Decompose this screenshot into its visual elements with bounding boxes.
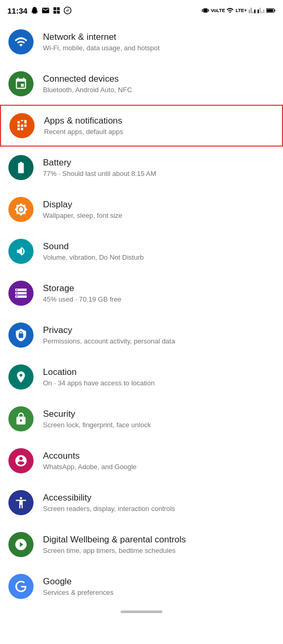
- settings-item-storage[interactable]: Storage 45% used · 70.19 GB free: [0, 272, 283, 314]
- accessibility-title: Accessibility: [43, 492, 275, 504]
- apps-title: Apps & notifications: [44, 115, 274, 127]
- status-bar: 11:34 VoLTE LTE+: [0, 0, 283, 19]
- status-icons-right: VoLTE LTE+: [202, 7, 276, 14]
- apps-subtitle: Recent apps, default apps: [44, 128, 274, 137]
- settings-item-accessibility[interactable]: Accessibility Screen readers, display, i…: [0, 482, 283, 524]
- wellbeing-text: Digital Wellbeing & parental controls Sc…: [43, 534, 275, 556]
- sound-subtitle: Volume, vibration, Do Not Disturb: [43, 253, 275, 262]
- display-title: Display: [43, 199, 275, 210]
- settings-item-battery[interactable]: Battery 77% · Should last until about 8:…: [0, 147, 283, 188]
- security-icon: [14, 412, 28, 426]
- privacy-icon: [14, 328, 28, 342]
- sound-title: Sound: [43, 241, 275, 252]
- wellbeing-icon-circle: [8, 532, 34, 557]
- settings-item-privacy[interactable]: Privacy Permissions, account activity, p…: [0, 314, 283, 356]
- google-icon: [14, 580, 28, 593]
- accessibility-subtitle: Screen readers, display, interaction con…: [43, 505, 275, 514]
- settings-item-wellbeing[interactable]: Digital Wellbeing & parental controls Sc…: [0, 524, 283, 565]
- settings-list: Network & internet Wi-Fi, mobile, data u…: [0, 19, 283, 607]
- display-text: Display Wallpaper, sleep, font size: [43, 199, 275, 220]
- scroll-bar: [121, 610, 162, 613]
- storage-icon-circle: [8, 281, 34, 306]
- shazam-icon: [63, 6, 72, 15]
- connected-icon: [14, 77, 28, 91]
- gmail-icon: [41, 6, 50, 15]
- location-text: Location On · 34 apps have access to loc…: [43, 367, 275, 388]
- accessibility-icon: [14, 496, 28, 509]
- location-icon-circle: [8, 364, 34, 390]
- battery-icon-circle: [8, 155, 34, 180]
- network-subtitle: Wi-Fi, mobile, data usage, and hotspot: [43, 44, 275, 53]
- storage-icon: [14, 286, 28, 300]
- settings-item-accounts[interactable]: Accounts WhatsApp, Adobe, and Google: [0, 440, 283, 482]
- sound-icon-circle: [8, 239, 34, 264]
- status-time: 11:34: [7, 6, 27, 15]
- battery-status-icon: [266, 7, 276, 14]
- settings-item-security[interactable]: Security Screen lock, fingerprint, face …: [0, 398, 283, 440]
- location-icon: [14, 370, 28, 384]
- privacy-icon-circle: [8, 323, 34, 348]
- connected-icon-circle: [8, 71, 34, 96]
- vibrate-icon: [202, 7, 209, 14]
- svg-point-0: [64, 7, 71, 14]
- google-text: Google Services & preferences: [43, 576, 275, 597]
- lte-icon: VoLTE: [211, 8, 225, 13]
- storage-title: Storage: [43, 283, 275, 294]
- apps-grid-icon: [15, 119, 29, 132]
- connected-text: Connected devices Bluetooth, Android Aut…: [43, 73, 275, 95]
- storage-subtitle: 45% used · 70.19 GB free: [43, 295, 275, 304]
- scroll-indicator: [0, 607, 283, 618]
- security-subtitle: Screen lock, fingerprint, face unlock: [43, 421, 275, 430]
- app-icon-1: [52, 6, 61, 15]
- battery-icon: [14, 161, 28, 174]
- settings-item-google[interactable]: Google Services & preferences: [0, 565, 283, 607]
- privacy-text: Privacy Permissions, account activity, p…: [43, 325, 275, 346]
- google-icon-circle: [8, 574, 34, 599]
- signal-icon-2: [257, 7, 265, 14]
- battery-title: Battery: [43, 157, 275, 169]
- storage-text: Storage 45% used · 70.19 GB free: [43, 283, 275, 304]
- network-title: Network & internet: [43, 31, 275, 43]
- privacy-subtitle: Permissions, account activity, personal …: [43, 337, 275, 346]
- wellbeing-title: Digital Wellbeing & parental controls: [43, 534, 275, 546]
- signal-icon-1: [248, 7, 256, 14]
- accounts-icon-circle: [8, 448, 34, 473]
- apps-icon-circle: [9, 113, 35, 138]
- connected-subtitle: Bluetooth, Android Auto, NFC: [43, 86, 275, 95]
- display-icon-circle: [8, 197, 34, 222]
- status-icons-left: [30, 6, 72, 15]
- snapchat-icon: [30, 6, 39, 15]
- google-title: Google: [43, 576, 275, 587]
- wifi-status-icon: [226, 7, 234, 14]
- sound-text: Sound Volume, vibration, Do Not Disturb: [43, 241, 275, 262]
- settings-item-connected[interactable]: Connected devices Bluetooth, Android Aut…: [0, 63, 283, 105]
- settings-item-location[interactable]: Location On · 34 apps have access to loc…: [0, 356, 283, 398]
- sound-icon: [14, 245, 28, 258]
- wifi-icon: [14, 35, 28, 49]
- google-subtitle: Services & preferences: [43, 589, 275, 597]
- network-text: Network & internet Wi-Fi, mobile, data u…: [43, 31, 275, 53]
- connected-title: Connected devices: [43, 73, 275, 85]
- security-icon-circle: [8, 406, 34, 431]
- settings-item-network[interactable]: Network & internet Wi-Fi, mobile, data u…: [0, 21, 283, 63]
- wellbeing-icon: [14, 538, 28, 551]
- accessibility-icon-circle: [8, 490, 34, 515]
- settings-item-sound[interactable]: Sound Volume, vibration, Do Not Disturb: [0, 230, 283, 272]
- accounts-title: Accounts: [43, 450, 275, 462]
- svg-rect-3: [267, 9, 273, 12]
- apps-text: Apps & notifications Recent apps, defaul…: [44, 115, 274, 137]
- battery-subtitle: 77% · Should last until about 8:15 AM: [43, 170, 275, 179]
- display-icon: [14, 203, 28, 216]
- accounts-text: Accounts WhatsApp, Adobe, and Google: [43, 450, 275, 472]
- accounts-icon: [14, 454, 28, 468]
- location-title: Location: [43, 367, 275, 378]
- svg-rect-2: [274, 9, 275, 12]
- battery-text: Battery 77% · Should last until about 8:…: [43, 157, 275, 179]
- settings-item-apps[interactable]: Apps & notifications Recent apps, defaul…: [0, 105, 283, 147]
- network-icon-circle: [8, 29, 34, 54]
- location-subtitle: On · 34 apps have access to location: [43, 379, 275, 388]
- settings-item-display[interactable]: Display Wallpaper, sleep, font size: [0, 188, 283, 230]
- wellbeing-subtitle: Screen time, app timers, bedtime schedul…: [43, 547, 275, 556]
- privacy-title: Privacy: [43, 325, 275, 336]
- lte-plus-icon: LTE+: [235, 8, 247, 13]
